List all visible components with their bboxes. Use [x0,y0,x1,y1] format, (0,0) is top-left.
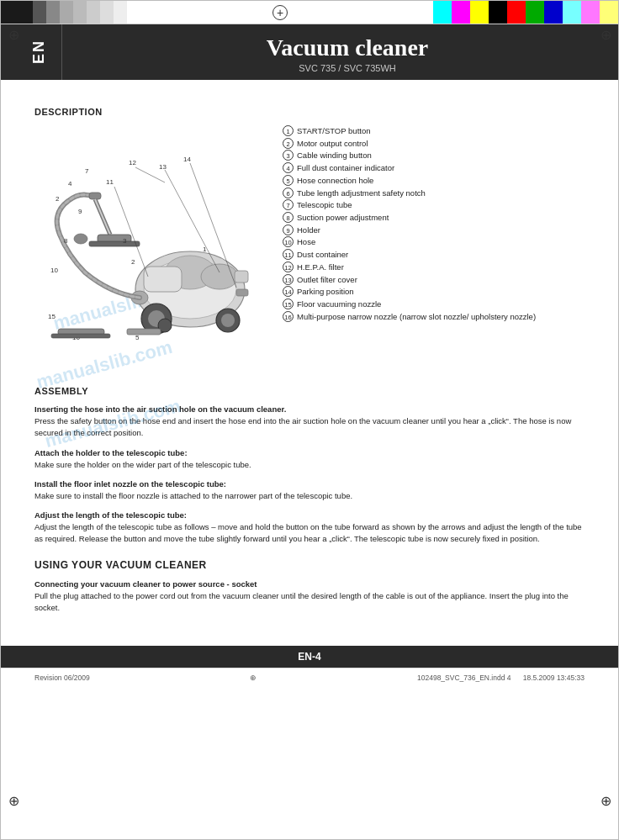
assembly-subsection-heading: Adjust the length of the telescopic tube… [34,510,585,520]
description-heading: DESCRIPTION [34,107,585,117]
svg-rect-16 [89,241,140,246]
vacuum-cleaner-svg: 13 12 11 9 8 13 14 7 2 4 [34,125,270,369]
svg-text:12: 12 [129,159,136,166]
assembly-subsection-text: Make sure the holder on the wider part o… [34,459,585,471]
top-color-bar [1,1,618,24]
svg-text:1: 1 [203,246,207,253]
svg-rect-12 [89,193,101,199]
part-number: 11 [283,249,294,260]
swatch-key-black [489,1,507,24]
part-number: 1 [283,125,294,136]
parts-list-item: 6Tube length adjustment safety notch [283,188,585,200]
part-label: Outlet filter cover [297,274,357,287]
part-label: Hose connection hole [297,175,373,188]
swatch-verylightgray [100,1,114,24]
left-color-swatches [1,1,127,24]
part-number: 10 [283,236,294,247]
svg-text:4: 4 [68,180,72,188]
product-subtitle: SVC 735 / SVC 735WH [110,63,585,73]
parts-list-item: 7Telescopic tube [283,199,585,212]
svg-text:10: 10 [50,267,58,274]
right-color-swatches [433,1,618,24]
using-subsection-text: Pull the plug attached to the power cord… [34,590,585,615]
swatch-gray [46,1,60,24]
svg-text:13: 13 [159,163,167,171]
parts-list-item: 2Motor output control [283,138,585,151]
assembly-subsection: Install the floor inlet nozzle on the te… [34,479,585,502]
corner-mark-topright: ⊕ [597,26,614,43]
svg-text:11: 11 [106,178,114,186]
diagram-column: 13 12 11 9 8 13 14 7 2 4 [34,125,270,369]
part-number: 5 [283,175,294,186]
parts-list-item: 15Floor vacuuming nozzle [283,298,585,311]
swatch-yellow [470,1,489,24]
part-label: Hose [297,236,315,249]
parts-list-item: 14Parking position [283,286,585,298]
using-subsection: Connecting your vacuum cleaner to power … [34,579,585,615]
parts-list-item: 9Holder [283,225,585,237]
part-label: Floor vacuuming nozzle [297,298,381,311]
using-section: USING YOUR VACUUM CLEANER Connecting you… [34,559,585,615]
svg-rect-18 [236,289,248,296]
parts-list-item: 13Outlet filter cover [283,274,585,287]
assembly-subsection: Attach the holder to the telescopic tube… [34,448,585,471]
parts-list-item: 5Hose connection hole [283,175,585,188]
swatch-magenta [452,1,470,24]
assembly-subsection: Adjust the length of the telescopic tube… [34,510,585,546]
corner-mark-bottomright: ⊕ [597,792,614,809]
bottom-band: EN-4 [1,646,618,668]
svg-rect-42 [127,329,161,335]
part-label: Multi-purpose narrow nozzle (narrow slot… [297,311,536,324]
part-label: Dust container [297,249,348,262]
part-number: 15 [283,298,294,309]
parts-list: 1START/STOP button2Motor output control3… [283,125,585,324]
part-number: 9 [283,225,294,235]
description-area: 13 12 11 9 8 13 14 7 2 4 [34,125,585,369]
part-number: 6 [283,188,294,198]
revision-text: Revision 06/2009 [34,674,90,682]
assembly-subsection-heading: Inserting the hose into the air suction … [34,404,585,414]
parts-list-item: 1START/STOP button [283,125,585,138]
parts-list-item: 12H.E.P.A. filter [283,262,585,274]
product-title: Vacuum cleaner [110,34,585,61]
part-label: START/STOP button [297,125,370,138]
swatch-lt-magenta [581,1,600,24]
part-label: Holder [297,225,320,237]
file-date-info: 102498_SVC_736_EN.indd 4 18.5.2009 13:45… [417,674,585,682]
assembly-subsections: Inserting the hose into the air suction … [34,404,585,546]
crosshair-bottom: ⊕ [250,674,257,682]
part-number: 3 [283,150,294,161]
page-container: EN Vacuum cleaner SVC 735 / SVC 735WH ⊕ … [0,0,619,840]
swatch-almostwhite [114,1,127,24]
swatch-red [507,1,526,24]
corner-mark-bottomleft: ⊕ [5,792,22,809]
part-number: 4 [283,162,294,173]
svg-text:2: 2 [131,258,135,266]
parts-list-item: 10Hose [283,236,585,249]
part-label: Parking position [297,286,354,298]
svg-rect-8 [144,267,182,292]
date-info: 18.5.2009 13:45:33 [523,674,585,682]
assembly-subsection-text: Make sure to install the floor nozzle is… [34,490,585,502]
swatch-black [1,1,33,24]
parts-list-item: 11Dust container [283,249,585,262]
swatch-darkgray [33,1,46,24]
part-number: 2 [283,138,294,149]
vacuum-diagram: 13 12 11 9 8 13 14 7 2 4 [34,125,270,369]
swatch-silver [73,1,87,24]
part-number: 7 [283,199,294,210]
assembly-subsection-heading: Install the floor inlet nozzle on the te… [34,479,585,489]
svg-text:8: 8 [64,237,68,245]
parts-list-column: 1START/STOP button2Motor output control3… [278,125,585,369]
parts-list-item: 4Full dust container indicator [283,162,585,175]
file-info: 102498_SVC_736_EN.indd 4 [417,674,511,682]
swatch-lightgray [60,1,73,24]
using-heading: USING YOUR VACUUM CLEANER [34,559,585,571]
parts-list-item: 16Multi-purpose narrow nozzle (narrow sl… [283,311,585,324]
part-label: H.E.P.A. filter [297,262,344,274]
svg-text:9: 9 [78,208,82,215]
parts-list-item: 8Suction power adjustment [283,212,585,225]
svg-text:7: 7 [85,167,89,175]
svg-text:14: 14 [183,156,191,163]
page-footer: Revision 06/2009 ⊕ 102498_SVC_736_EN.ind… [1,668,618,687]
